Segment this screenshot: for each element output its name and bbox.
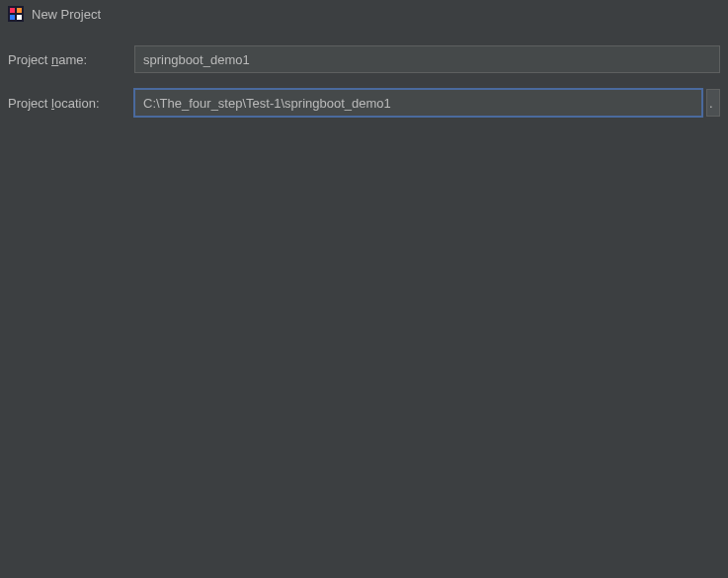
project-location-label: Project location: xyxy=(8,96,122,111)
project-location-input[interactable] xyxy=(134,89,702,117)
svg-rect-2 xyxy=(17,8,22,13)
window-title: New Project xyxy=(32,7,101,22)
app-icon xyxy=(8,6,24,22)
project-name-label: Project name: xyxy=(8,52,122,67)
form-area: Project name: Project location: . xyxy=(0,28,728,117)
titlebar: New Project xyxy=(0,0,728,28)
svg-rect-4 xyxy=(17,15,22,20)
browse-button[interactable]: . xyxy=(706,89,720,117)
svg-rect-3 xyxy=(10,15,15,20)
svg-rect-1 xyxy=(10,8,15,13)
project-location-row: Project location: . xyxy=(8,89,720,117)
project-name-input[interactable] xyxy=(134,45,720,73)
project-name-row: Project name: xyxy=(8,45,720,73)
